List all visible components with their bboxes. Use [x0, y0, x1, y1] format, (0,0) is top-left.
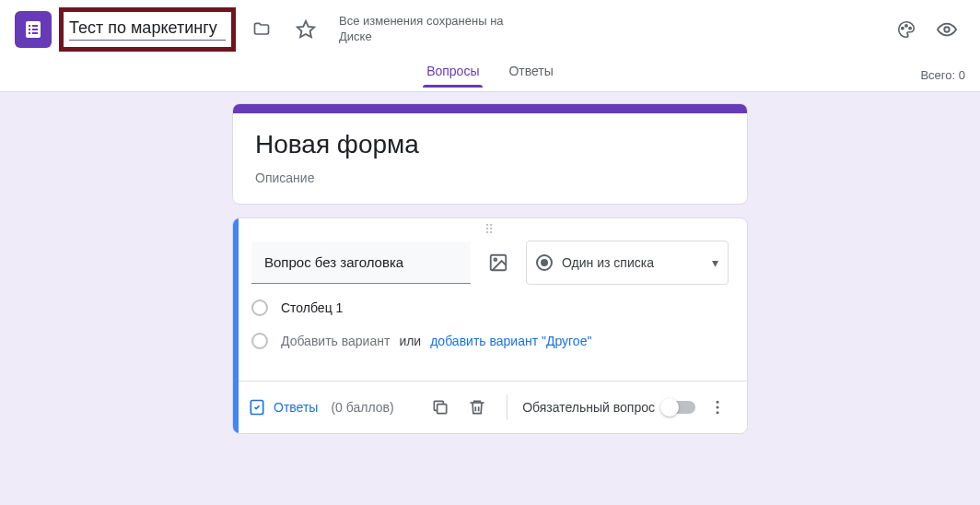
- form-canvas: Новая форма Описание ⠿ Один из списка ▾ …: [0, 92, 980, 452]
- add-image-icon[interactable]: [485, 250, 511, 276]
- svg-rect-7: [32, 32, 38, 34]
- svg-rect-2: [29, 25, 30, 27]
- chevron-down-icon: ▾: [712, 255, 718, 270]
- svg-rect-6: [29, 32, 30, 34]
- svg-rect-5: [32, 29, 38, 30]
- option-label[interactable]: Столбец 1: [281, 300, 343, 315]
- svg-point-12: [944, 27, 950, 32]
- save-status-text: Все изменения сохранены на Диске: [339, 14, 505, 45]
- question-type-select[interactable]: Один из списка ▾: [526, 241, 729, 285]
- svg-point-11: [909, 28, 911, 29]
- card-accent-bar: [233, 104, 747, 113]
- svg-point-18: [717, 406, 719, 409]
- svg-point-19: [717, 411, 719, 414]
- points-label: (0 баллов): [331, 400, 393, 415]
- option-radio-icon: [251, 333, 268, 349]
- svg-rect-4: [29, 29, 30, 30]
- option-row[interactable]: Столбец 1: [251, 299, 729, 316]
- palette-icon[interactable]: [888, 11, 925, 48]
- total-score-label: Всего: 0: [920, 68, 965, 82]
- svg-marker-8: [298, 21, 314, 37]
- question-type-label: Один из списка: [562, 255, 654, 270]
- answer-key-button[interactable]: Ответы: [248, 398, 318, 417]
- option-radio-icon: [251, 299, 268, 316]
- svg-point-17: [717, 401, 719, 404]
- radio-icon: [536, 254, 553, 271]
- svg-rect-16: [438, 405, 447, 414]
- svg-rect-3: [32, 25, 38, 27]
- active-card-indicator: [233, 218, 239, 433]
- add-other-option-link[interactable]: добавить вариант "Другое": [430, 334, 591, 348]
- star-icon[interactable]: [287, 11, 324, 48]
- or-label: или: [399, 334, 421, 348]
- add-option-row: Добавить вариант или добавить вариант "Д…: [251, 333, 729, 349]
- tab-questions[interactable]: Вопросы: [423, 64, 483, 88]
- more-options-icon[interactable]: [703, 393, 732, 422]
- form-title-heading[interactable]: Новая форма: [255, 130, 725, 159]
- app-logo-icon[interactable]: [15, 11, 52, 48]
- required-label: Обязательный вопрос: [522, 400, 655, 415]
- question-title-input[interactable]: [251, 241, 471, 284]
- preview-eye-icon[interactable]: [928, 11, 965, 48]
- form-description-placeholder[interactable]: Описание: [255, 170, 725, 185]
- tab-responses[interactable]: Ответы: [505, 64, 556, 88]
- divider: [507, 394, 508, 420]
- svg-point-10: [905, 25, 907, 27]
- form-title-input[interactable]: [69, 18, 226, 41]
- svg-point-9: [902, 28, 904, 29]
- delete-icon[interactable]: [462, 393, 492, 422]
- drag-handle-icon[interactable]: ⠿: [233, 218, 747, 241]
- duplicate-icon[interactable]: [426, 393, 455, 422]
- required-toggle[interactable]: [662, 401, 695, 414]
- question-card[interactable]: ⠿ Один из списка ▾ Столбец 1 Добавить ва…: [232, 217, 748, 434]
- question-card-footer: Ответы (0 баллов) Обязательный вопрос: [233, 381, 747, 433]
- answer-key-label: Ответы: [274, 400, 318, 415]
- add-option-button[interactable]: Добавить вариант: [281, 334, 390, 348]
- form-title-highlighted-box: [59, 7, 236, 52]
- form-title-card[interactable]: Новая форма Описание: [232, 103, 748, 205]
- folder-icon[interactable]: [243, 11, 280, 48]
- svg-point-14: [494, 258, 496, 261]
- header-bar: Все изменения сохранены на Диске: [0, 0, 980, 59]
- tabs-row: Вопросы Ответы Всего: 0: [0, 59, 980, 92]
